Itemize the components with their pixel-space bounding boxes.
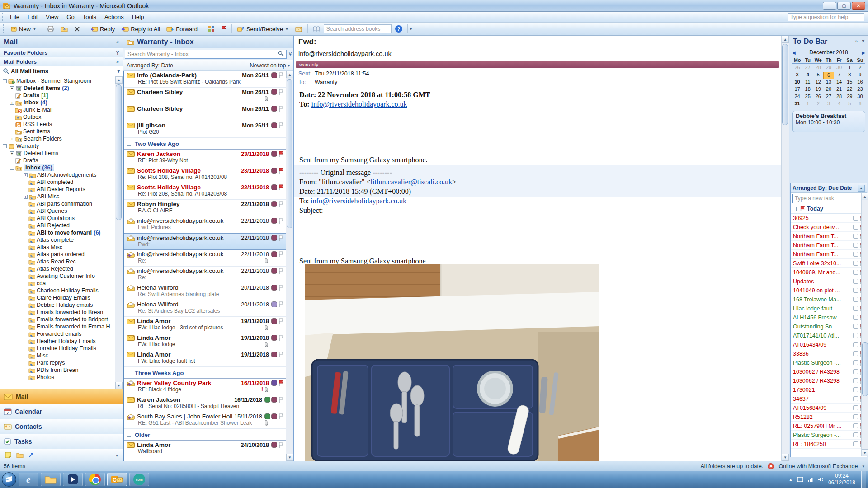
folder-item-abi-quotations[interactable]: ABI Quotations: [0, 215, 115, 222]
minimize-button[interactable]: —: [823, 2, 836, 10]
expand-icon[interactable]: +: [10, 151, 14, 155]
calendar-day[interactable]: 4: [802, 72, 813, 79]
scroll-down-arrow[interactable]: ▼: [862, 449, 868, 456]
task-checkbox[interactable]: [853, 351, 858, 356]
menu-actions[interactable]: Actions: [100, 13, 128, 21]
task-row[interactable]: Updates: [791, 277, 867, 286]
task-checkbox[interactable]: [853, 297, 858, 302]
task-row[interactable]: RE: 1860250: [791, 440, 867, 449]
folder-item-photos[interactable]: Photos: [0, 374, 115, 381]
task-row[interactable]: 30925: [791, 214, 867, 223]
message-row[interactable]: info@riversideholidaypark.co.uk22/11/201…: [124, 233, 286, 250]
email-link[interactable]: info@riversideholidaypark.co.uk: [311, 197, 406, 205]
help-question-box[interactable]: Type a question for help: [788, 13, 864, 21]
print-button[interactable]: [44, 25, 57, 33]
task-checkbox[interactable]: [853, 387, 858, 392]
gray-flag-icon[interactable]: [278, 318, 284, 324]
folder-item-deleted-items[interactable]: +Deleted Items: [0, 150, 115, 157]
red-flag-icon[interactable]: [278, 184, 284, 191]
calendar-day[interactable]: 11: [802, 79, 813, 86]
folder-item-drafts[interactable]: Drafts[1]: [0, 92, 115, 99]
gray-flag-icon[interactable]: [278, 301, 284, 308]
tray-show-hidden-icons[interactable]: ▲: [788, 477, 793, 482]
category-maroon-icon[interactable]: [271, 335, 277, 341]
folder-item-outbox[interactable]: Outbox: [0, 113, 115, 121]
message-row[interactable]: Karen Jackson16/11/2018RE: Serial No: 02…: [124, 395, 286, 412]
task-checkbox[interactable]: [853, 252, 858, 257]
folder-item-forwarded-emails[interactable]: Forwarded emails: [0, 330, 115, 338]
category-maroon-icon[interactable]: [271, 413, 277, 419]
calendar-day[interactable]: 30: [834, 65, 844, 72]
task-row[interactable]: R51282: [791, 413, 867, 422]
taskbar-chrome[interactable]: [85, 473, 105, 486]
folder-item-misc[interactable]: Misc: [0, 352, 115, 359]
category-maroon-icon[interactable]: [271, 218, 277, 224]
gray-flag-icon[interactable]: [278, 268, 284, 274]
group-header-older[interactable]: −Older: [124, 430, 286, 441]
task-checkbox[interactable]: [853, 234, 858, 239]
email-link[interactable]: litlun.cavalier@tiscali.co.uk: [371, 178, 452, 186]
task-row[interactable]: Plastic Surgeon -...: [791, 431, 867, 440]
category-maroon-icon[interactable]: [271, 268, 277, 274]
folder-item-heather-holiday-emails[interactable]: Heather Holiday Emails: [0, 338, 115, 345]
category-maroon-icon[interactable]: [271, 72, 277, 78]
calendar-day[interactable]: 7: [834, 72, 844, 79]
taskbar-windows-explorer[interactable]: [41, 473, 61, 486]
calendar-day[interactable]: 2: [813, 101, 823, 108]
task-checkbox[interactable]: [853, 225, 858, 230]
category-maroon-icon[interactable]: [271, 106, 277, 112]
calendar-day[interactable]: 22: [844, 86, 855, 94]
collapse-group-icon[interactable]: −: [127, 433, 131, 437]
category-purple-icon[interactable]: [271, 380, 277, 386]
calendar-day[interactable]: 3: [823, 101, 834, 108]
folder-item-cda[interactable]: cda: [0, 280, 115, 287]
search-inbox-input[interactable]: Search Warranty - Inbox: [125, 50, 287, 59]
calendar-day[interactable]: 12: [813, 79, 823, 86]
folder-item-park-replys[interactable]: Park replys: [0, 359, 115, 366]
scroll-up-arrow[interactable]: ▲: [862, 193, 868, 200]
calendar-day[interactable]: 21: [834, 86, 844, 94]
new-button[interactable]: New▼: [8, 25, 39, 33]
calendar-day[interactable]: 26: [792, 65, 802, 72]
tray-action-center-icon[interactable]: [797, 477, 803, 482]
calendar-day[interactable]: 25: [802, 94, 813, 101]
calendar-day[interactable]: 4: [834, 101, 844, 108]
calendar-day[interactable]: 24: [792, 94, 802, 101]
task-checkbox[interactable]: [853, 270, 858, 275]
start-button[interactable]: [2, 472, 16, 487]
message-row[interactable]: Charleen SibleyMon 26/11: [124, 88, 286, 104]
taskbar-outlook-active[interactable]: O: [107, 473, 127, 486]
folder-item-warranty[interactable]: −Warranty: [0, 142, 115, 150]
message-row[interactable]: Helena Willford20/11/2018Re: Swift Arden…: [124, 283, 286, 300]
task-checkbox[interactable]: [853, 423, 858, 428]
folder-item-lorraine-holiday-emails[interactable]: Lorraine Holiday Emails: [0, 345, 115, 352]
folder-item-abi-rejected[interactable]: ABI Rejected: [0, 222, 115, 229]
address-book-button[interactable]: [310, 25, 323, 33]
scroll-down-arrow[interactable]: ▼: [782, 454, 789, 461]
message-row[interactable]: Linda Amor19/11/2018FW: Lilac lodge: [124, 333, 286, 350]
online-status[interactable]: Online with Microsoft Exchange: [778, 463, 858, 469]
task-row[interactable]: Plastic Surgeon -...: [791, 358, 867, 367]
expand-icon[interactable]: +: [10, 101, 14, 105]
task-row[interactable]: ALH1456 Freshw...: [791, 313, 867, 322]
calendar-day[interactable]: 18: [802, 86, 813, 94]
calendar-day[interactable]: 31: [792, 101, 802, 108]
configure-buttons-chevron[interactable]: ▾: [116, 453, 118, 458]
task-checkbox[interactable]: [853, 216, 858, 221]
folder-item-drafts[interactable]: Drafts: [0, 157, 115, 164]
nav-button-contacts[interactable]: Contacts: [0, 419, 123, 434]
mail-folders-chevron-icon[interactable]: «: [116, 59, 119, 65]
message-row[interactable]: Helena Willford20/11/2018Re: St Andries …: [124, 300, 286, 317]
task-checkbox[interactable]: [853, 432, 858, 437]
category-maroon-icon[interactable]: [271, 235, 277, 241]
task-row[interactable]: Outstanding Sn...: [791, 322, 867, 331]
folder-list-icon[interactable]: [16, 452, 24, 458]
expand-icon[interactable]: +: [24, 195, 28, 199]
gray-flag-icon[interactable]: [278, 201, 284, 207]
category-maroon-icon[interactable]: [271, 168, 277, 174]
category-maroon-icon[interactable]: [271, 89, 277, 95]
category-maroon-icon[interactable]: [271, 285, 277, 291]
calendar-day[interactable]: 3: [792, 72, 802, 79]
toolbar-overflow-chevron[interactable]: ▾: [410, 27, 412, 31]
move-to-folder-button[interactable]: [58, 25, 71, 33]
